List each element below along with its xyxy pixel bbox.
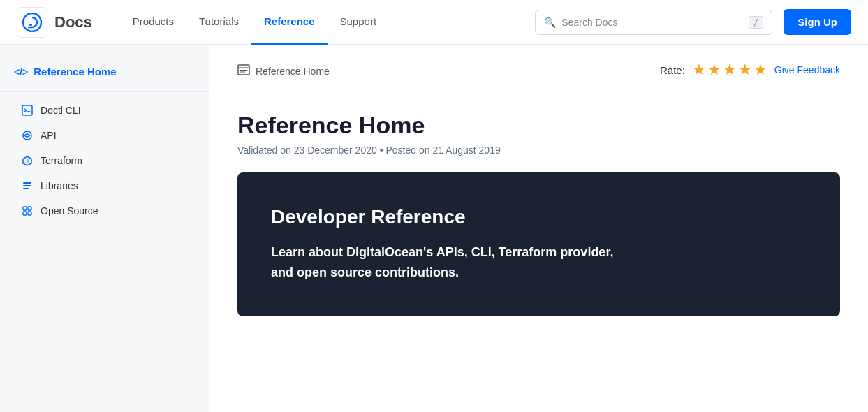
svg-rect-13 bbox=[23, 212, 27, 215]
terminal-icon bbox=[21, 104, 34, 117]
sidebar-item-doctl-cli[interactable]: Doctl CLI bbox=[0, 98, 209, 123]
breadcrumb-icon bbox=[237, 64, 250, 78]
page-meta: Validated on 23 December 2020 • Posted o… bbox=[237, 145, 840, 156]
rate-label: Rate: bbox=[660, 64, 685, 76]
page-title: Reference Home bbox=[237, 106, 840, 139]
sidebar-item-opensource[interactable]: Open Source bbox=[0, 198, 209, 223]
sidebar-label-opensource: Open Source bbox=[41, 205, 98, 216]
svg-rect-12 bbox=[28, 207, 31, 210]
page-rating: Rate: ★ ★ ★ ★ ★ Give Feedback bbox=[660, 61, 840, 79]
main-content: Reference Home Rate: ★ ★ ★ ★ ★ Give Feed… bbox=[209, 45, 868, 412]
search-shortcut: / bbox=[749, 16, 763, 29]
sidebar: </> Reference Home Doctl CLI API bbox=[0, 45, 209, 412]
svg-rect-14 bbox=[28, 212, 31, 215]
terraform-icon bbox=[21, 154, 34, 167]
svg-point-0 bbox=[23, 13, 41, 31]
hero-title: Developer Reference bbox=[271, 206, 807, 228]
nav-tutorials[interactable]: Tutorials bbox=[186, 0, 251, 45]
stars[interactable]: ★ ★ ★ ★ ★ bbox=[692, 61, 767, 79]
header: Docs Products Tutorials Reference Suppor… bbox=[0, 0, 868, 45]
star-2[interactable]: ★ bbox=[707, 61, 721, 79]
logo-link[interactable]: Docs bbox=[17, 7, 92, 38]
sidebar-header-label: Reference Home bbox=[34, 66, 116, 78]
search-placeholder-text: Search Docs bbox=[561, 17, 749, 28]
page-layout: </> Reference Home Doctl CLI API bbox=[0, 45, 868, 412]
sidebar-item-libraries[interactable]: Libraries bbox=[0, 173, 209, 198]
sidebar-item-api[interactable]: API bbox=[0, 123, 209, 148]
nav-support[interactable]: Support bbox=[328, 0, 390, 45]
hero-description: Learn about DigitalOcean's APIs, CLI, Te… bbox=[271, 242, 620, 283]
breadcrumb: Reference Home bbox=[237, 64, 330, 78]
breadcrumb-text: Reference Home bbox=[256, 66, 330, 77]
nav-products[interactable]: Products bbox=[120, 0, 186, 45]
nav-reference[interactable]: Reference bbox=[251, 0, 328, 45]
star-5[interactable]: ★ bbox=[753, 61, 767, 79]
give-feedback-link[interactable]: Give Feedback bbox=[774, 64, 840, 75]
main-nav: Products Tutorials Reference Support bbox=[120, 0, 536, 45]
star-1[interactable]: ★ bbox=[692, 61, 706, 79]
svg-marker-7 bbox=[27, 159, 29, 164]
signup-button[interactable]: Sign Up bbox=[784, 9, 851, 35]
meta-validated: Validated on 23 December 2020 bbox=[237, 145, 377, 156]
hero-card: Developer Reference Learn about DigitalO… bbox=[237, 172, 840, 316]
sidebar-label-terraform: Terraform bbox=[41, 155, 82, 166]
sidebar-divider bbox=[0, 91, 209, 92]
search-box[interactable]: 🔍 Search Docs / bbox=[535, 10, 772, 35]
star-4[interactable]: ★ bbox=[738, 61, 752, 79]
search-area: 🔍 Search Docs / bbox=[535, 10, 772, 35]
opensource-icon bbox=[21, 205, 34, 217]
meta-posted: Posted on 21 August 2019 bbox=[385, 145, 500, 156]
svg-rect-8 bbox=[23, 182, 31, 184]
libraries-icon bbox=[21, 179, 34, 192]
sidebar-label-doctl: Doctl CLI bbox=[41, 105, 81, 116]
logo-text: Docs bbox=[54, 13, 92, 31]
sidebar-header[interactable]: </> Reference Home bbox=[0, 59, 209, 89]
logo-icon bbox=[17, 7, 47, 38]
svg-rect-11 bbox=[23, 207, 27, 210]
svg-rect-10 bbox=[23, 188, 29, 189]
svg-rect-9 bbox=[23, 185, 31, 186]
api-icon bbox=[21, 129, 34, 142]
sidebar-item-terraform[interactable]: Terraform bbox=[0, 148, 209, 173]
sidebar-label-libraries: Libraries bbox=[41, 180, 78, 191]
sidebar-label-api: API bbox=[41, 130, 57, 141]
code-icon: </> bbox=[14, 66, 28, 78]
star-3[interactable]: ★ bbox=[723, 61, 737, 79]
search-icon: 🔍 bbox=[544, 17, 556, 28]
